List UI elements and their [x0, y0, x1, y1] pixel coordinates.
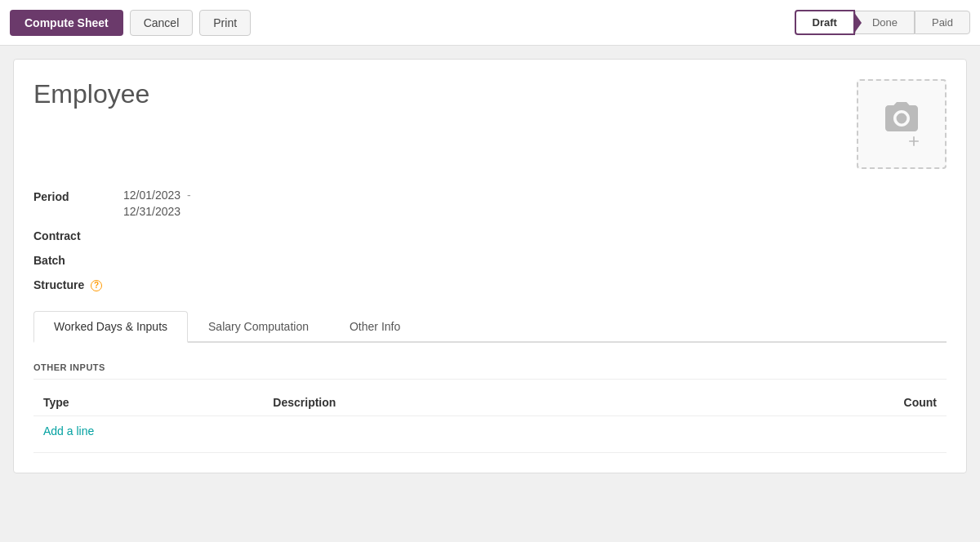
section-title-other-inputs: OTHER INPUTS	[33, 362, 947, 380]
contract-row: Contract	[33, 228, 947, 242]
other-inputs-table: Type Description Count	[33, 389, 947, 416]
cancel-button[interactable]: Cancel	[130, 10, 194, 36]
compute-sheet-button[interactable]: Compute Sheet	[10, 10, 123, 36]
tab-salary-computation[interactable]: Salary Computation	[188, 311, 329, 343]
contract-value[interactable]	[123, 228, 287, 240]
batch-row: Batch	[33, 252, 947, 267]
status-bar: Draft Done Paid	[795, 10, 970, 35]
status-draft[interactable]: Draft	[795, 10, 855, 35]
status-done[interactable]: Done	[855, 11, 915, 34]
tab-worked-days[interactable]: Worked Days & Inputs	[33, 311, 188, 343]
structure-label: Structure ?	[33, 277, 123, 291]
tab-other-info[interactable]: Other Info	[329, 311, 421, 343]
form-section: Period 12/01/2023 - 12/31/2023 Contract …	[33, 189, 947, 291]
batch-input[interactable]	[123, 252, 287, 264]
col-description: Description	[263, 389, 680, 416]
contract-input[interactable]	[123, 228, 287, 240]
print-button[interactable]: Print	[199, 10, 251, 36]
status-paid[interactable]: Paid	[915, 11, 970, 34]
add-photo-icon	[906, 133, 922, 149]
batch-label: Batch	[33, 252, 123, 267]
batch-value[interactable]	[123, 252, 287, 264]
period-label: Period	[33, 189, 123, 203]
contract-label: Contract	[33, 228, 123, 242]
table-header-row: Type Description Count	[33, 389, 947, 416]
period-value: 12/01/2023 - 12/31/2023	[123, 189, 198, 218]
period-separator: -	[187, 189, 191, 202]
period-row: Period 12/01/2023 - 12/31/2023	[33, 189, 947, 218]
period-end: 12/31/2023	[123, 205, 198, 218]
employee-title: Employee	[33, 79, 149, 109]
structure-value[interactable]	[123, 277, 287, 289]
structure-row: Structure ?	[33, 277, 947, 291]
col-type: Type	[33, 389, 263, 416]
tabs-container: Worked Days & Inputs Salary Computation …	[33, 311, 947, 343]
add-line-button[interactable]: Add a line	[33, 416, 104, 446]
period-start: 12/01/2023	[123, 189, 180, 202]
table-footer-divider	[33, 452, 947, 453]
tab-content: OTHER INPUTS Type Description Count Add …	[33, 362, 947, 453]
camera-icon	[882, 99, 921, 138]
col-count: Count	[680, 389, 947, 416]
toolbar: Compute Sheet Cancel Print Draft Done Pa…	[0, 0, 980, 46]
structure-help-icon[interactable]: ?	[91, 280, 102, 291]
structure-input[interactable]	[123, 277, 287, 289]
main-content: Employee Period 12/01/2023 - 12/31/2023	[13, 59, 967, 473]
employee-header: Employee	[33, 79, 947, 169]
employee-photo[interactable]	[857, 79, 947, 169]
